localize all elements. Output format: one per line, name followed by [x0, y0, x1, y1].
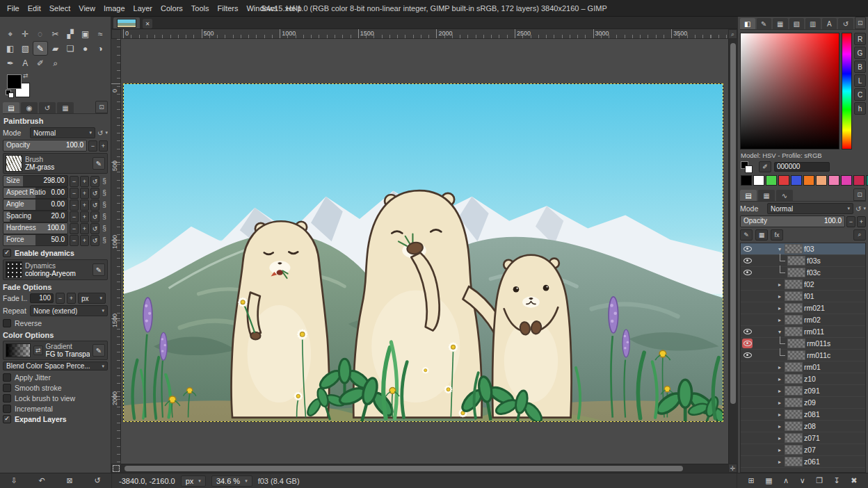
palette-swatch-f07820[interactable]: [803, 175, 814, 186]
visibility-toggle[interactable]: [742, 327, 753, 336]
layer-row-rm021[interactable]: ▸ rm021: [741, 302, 865, 314]
gradient-selector[interactable]: ⇄ Gradient FG to Transpar ✎: [3, 341, 108, 360]
search-layers-icon[interactable]: ⌕: [853, 229, 866, 241]
visibility-toggle[interactable]: [742, 291, 753, 301]
vertical-scrollbar[interactable]: [728, 39, 737, 464]
tool-warp-transform[interactable]: ≈: [93, 26, 108, 41]
menu-colors[interactable]: Colors: [156, 3, 187, 14]
palette-swatch-f080b4[interactable]: [828, 175, 839, 186]
visibility-toggle[interactable]: [742, 256, 753, 266]
hex-color-input[interactable]: 000000: [774, 162, 830, 172]
layer-row-z10[interactable]: ▸ z10: [741, 373, 865, 385]
increment-button[interactable]: +: [67, 293, 76, 304]
toggle-enable-dynamics[interactable]: ✓ Enable dynamics: [3, 247, 108, 258]
increment-button[interactable]: +: [99, 140, 108, 152]
layer-row-rm02[interactable]: ▸ rm02: [741, 314, 865, 326]
save-tool-preset-icon[interactable]: ⇩: [10, 476, 17, 485]
reset-tool-options-icon[interactable]: ↺: [94, 476, 100, 485]
dialog-tab-paths[interactable]: ∿: [776, 190, 793, 201]
reset-icon[interactable]: ↺: [90, 188, 99, 199]
decrement-button[interactable]: −: [56, 293, 65, 304]
hardness-slider[interactable]: Hardness 100.0: [3, 222, 68, 234]
dock-tab-document-history[interactable]: ↺: [838, 18, 853, 29]
canvas-image[interactable]: [123, 83, 723, 422]
toolbox-tab-tool-options[interactable]: ▤: [3, 102, 19, 113]
layer-row-f03[interactable]: ▾ f03: [741, 243, 865, 255]
channel-button-h[interactable]: h: [854, 102, 866, 115]
tool-text[interactable]: A: [18, 56, 33, 70]
layer-opacity-slider[interactable]: Opacity 100.0: [740, 215, 845, 227]
blend-color-space-dropdown[interactable]: Blend Color Space Perce...▾: [3, 361, 108, 371]
edit-brush-button[interactable]: ✎: [93, 157, 105, 170]
tool-free-select[interactable]: ◌: [33, 26, 48, 41]
delete-layer-icon[interactable]: ✖: [851, 476, 857, 485]
duplicate-layer-icon[interactable]: ❐: [816, 476, 823, 485]
tool-move[interactable]: ✛: [18, 26, 33, 41]
layer-row-f03s[interactable]: f03s: [741, 255, 865, 267]
decrement-button[interactable]: −: [70, 200, 79, 211]
decrement-button[interactable]: −: [70, 176, 79, 187]
mode-menu-icon[interactable]: ▾: [863, 206, 866, 211]
link-to-brush-icon[interactable]: §: [101, 177, 108, 185]
spacing-slider[interactable]: Spacing 20.0: [3, 211, 68, 222]
lower-layer-icon[interactable]: ∨: [800, 476, 805, 485]
tool-alignment[interactable]: ⌖: [3, 26, 18, 41]
link-to-brush-icon[interactable]: §: [101, 225, 108, 232]
expand-icon[interactable]: ▸: [776, 412, 783, 418]
visibility-toggle[interactable]: [742, 421, 753, 431]
menu-view[interactable]: View: [74, 3, 99, 14]
expand-icon[interactable]: ▸: [776, 364, 783, 371]
hue-strip[interactable]: [842, 33, 852, 149]
menu-filters[interactable]: Filters: [214, 3, 243, 14]
tool-crop[interactable]: ▞: [63, 26, 78, 41]
layer-row-z091[interactable]: ▸ z091: [741, 385, 865, 397]
channel-button-B[interactable]: B: [854, 60, 866, 73]
image-tab[interactable]: [113, 17, 140, 29]
palette-swatch-3c55dd[interactable]: [791, 175, 802, 186]
dock-menu-button[interactable]: ⊡: [95, 101, 108, 113]
tool-eraser[interactable]: ▰: [48, 41, 63, 56]
collapse-icon[interactable]: ▾: [776, 329, 783, 335]
channel-button-C[interactable]: C: [854, 88, 866, 101]
tool-paths[interactable]: ✒: [3, 56, 18, 70]
canvas-viewport[interactable]: [121, 39, 728, 464]
repeat-dropdown[interactable]: None (extend)▾: [30, 305, 108, 316]
visibility-toggle[interactable]: [742, 339, 753, 348]
quick-mask-toggle[interactable]: [111, 464, 121, 473]
fg-color-swatch[interactable]: [7, 74, 22, 89]
palette-swatch-f0a878[interactable]: [816, 175, 827, 186]
dock-tab-palettes[interactable]: ▥: [805, 18, 821, 29]
visibility-toggle[interactable]: [742, 279, 753, 289]
saturation-value-square[interactable]: [740, 33, 839, 149]
expand-icon[interactable]: ▸: [776, 435, 783, 441]
layer-row-z081[interactable]: ▸ z081: [741, 409, 865, 421]
toolbox-tab-undo-history[interactable]: ↺: [39, 102, 56, 113]
increment-button[interactable]: +: [857, 216, 866, 227]
unit-dropdown[interactable]: px▾: [181, 475, 206, 487]
edit-gradient-button[interactable]: ✎: [93, 344, 105, 357]
angle-slider[interactable]: Angle 0.00: [3, 199, 68, 211]
dock-tab-gradients[interactable]: ▧: [789, 18, 805, 29]
menu-edit[interactable]: Edit: [24, 3, 45, 14]
menu-file[interactable]: File: [3, 3, 24, 14]
visibility-toggle[interactable]: [742, 409, 753, 419]
decrement-button[interactable]: −: [70, 235, 79, 246]
toggle-reverse[interactable]: Reverse: [3, 318, 108, 328]
visibility-toggle[interactable]: [742, 315, 753, 325]
tool-unified-transform[interactable]: ▣: [78, 26, 93, 41]
visibility-toggle[interactable]: [742, 362, 753, 372]
menu-image[interactable]: Image: [99, 3, 129, 14]
tool-bucket-fill[interactable]: ◧: [3, 41, 18, 56]
layer-row-z07[interactable]: ▸ z07: [741, 444, 865, 456]
dock-tab-fonts[interactable]: A: [822, 18, 837, 29]
palette-swatch-4cd24c[interactable]: [766, 175, 777, 186]
tool-paintbrush[interactable]: ✎: [33, 41, 48, 56]
increment-button[interactable]: +: [80, 176, 89, 187]
link-to-brush-icon[interactable]: §: [101, 189, 108, 197]
dialog-tab-layers[interactable]: ▤: [740, 190, 757, 201]
visibility-toggle[interactable]: [742, 398, 753, 407]
menu-tools[interactable]: Tools: [187, 3, 214, 14]
reset-mode-icon[interactable]: ↺: [855, 205, 861, 213]
tool-zoom[interactable]: ⌕: [48, 56, 63, 70]
visibility-toggle[interactable]: [742, 374, 753, 384]
